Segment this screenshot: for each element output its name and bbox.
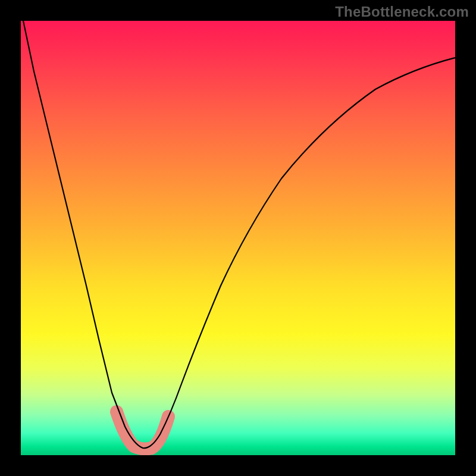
plot-area: [21, 21, 455, 455]
watermark-text: TheBottleneck.com: [335, 4, 469, 20]
chart-frame: TheBottleneck.com: [0, 0, 476, 476]
bottleneck-curve: [21, 21, 455, 455]
